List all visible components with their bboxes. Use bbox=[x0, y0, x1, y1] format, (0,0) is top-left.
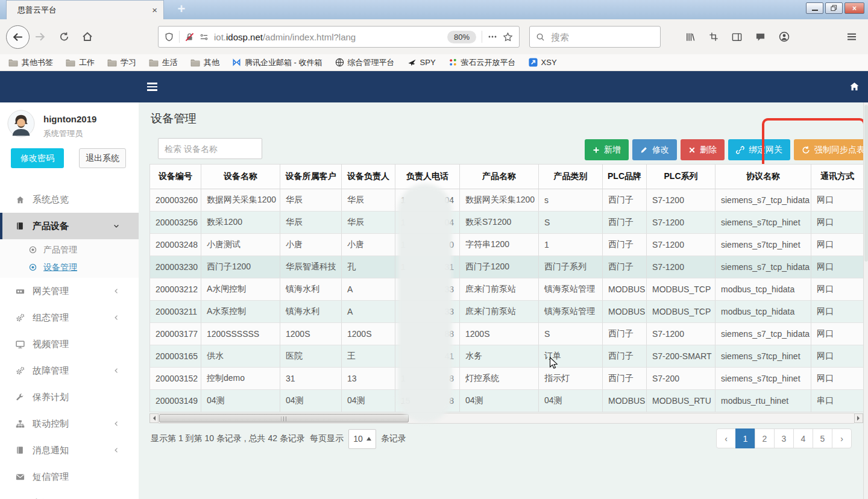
table-cell[interactable]: 庶来门前泵站 bbox=[460, 301, 539, 323]
table-cell[interactable]: 西门子 bbox=[603, 256, 647, 278]
table-cell[interactable]: 网口 bbox=[811, 368, 864, 390]
pagination-page-2[interactable]: 2 bbox=[755, 428, 775, 448]
pagination-page-5[interactable]: 5 bbox=[813, 428, 832, 448]
table-cell[interactable]: 西门子1200 bbox=[460, 256, 539, 278]
window-restore-button[interactable] bbox=[825, 2, 843, 14]
table-cell[interactable]: 200003211 bbox=[150, 301, 201, 323]
table-cell[interactable]: 158 bbox=[395, 390, 460, 412]
shield-icon[interactable] bbox=[165, 33, 174, 42]
修改-button[interactable]: 修改 bbox=[632, 139, 677, 160]
table-cell[interactable]: 200003248 bbox=[150, 234, 201, 256]
table-cell[interactable]: 200003256 bbox=[150, 212, 201, 234]
table-cell[interactable]: 华辰 bbox=[342, 189, 395, 212]
table-cell[interactable]: 华辰智通科技 bbox=[280, 256, 342, 278]
table-cell[interactable]: 网口 bbox=[811, 345, 864, 368]
bookmark-item[interactable]: 综合管理平台 bbox=[335, 57, 395, 68]
table-cell[interactable]: MODBUS_TCP bbox=[647, 301, 715, 323]
table-cell[interactable]: 04测 bbox=[201, 390, 280, 412]
insecure-lock-icon[interactable] bbox=[185, 33, 194, 42]
pagination-page-3[interactable]: 3 bbox=[774, 428, 794, 448]
table-cell[interactable]: 104 bbox=[395, 189, 460, 212]
table-cell[interactable]: 供水 bbox=[201, 345, 280, 368]
column-header[interactable]: 设备负责人 bbox=[342, 165, 395, 189]
table-cell[interactable]: 200003230 bbox=[150, 256, 201, 278]
table-cell[interactable]: S7-200 bbox=[647, 368, 715, 390]
bookmark-item[interactable]: SPY bbox=[407, 58, 436, 67]
table-cell[interactable]: 31 bbox=[280, 368, 342, 390]
account-icon[interactable] bbox=[779, 31, 790, 42]
sidebar-item-消息通知[interactable]: 消息通知 bbox=[0, 437, 139, 463]
column-header[interactable]: 负责人电话 bbox=[395, 165, 460, 189]
tab-close-icon[interactable]: × bbox=[152, 5, 157, 15]
sidebar-collapse-icon[interactable] bbox=[147, 83, 157, 91]
table-cell[interactable]: 200003212 bbox=[150, 278, 201, 301]
table-cell[interactable]: 华辰 bbox=[280, 189, 342, 212]
table-cell[interactable]: A水闸控制 bbox=[201, 278, 280, 301]
table-cell[interactable]: 网口 bbox=[811, 301, 864, 323]
table-cell[interactable]: 04测 bbox=[280, 390, 342, 412]
bookmark-item[interactable]: 学习 bbox=[107, 57, 136, 68]
table-cell[interactable]: A bbox=[342, 278, 395, 301]
sidebar-item-联动控制[interactable]: 联动控制 bbox=[0, 410, 139, 437]
table-cell[interactable]: siemens_s7tcp_hinet bbox=[715, 212, 811, 234]
column-header[interactable]: 产品名称 bbox=[460, 165, 539, 189]
bookmark-item[interactable]: 腾讯企业邮箱 - 收件箱 bbox=[232, 57, 322, 68]
table-cell[interactable]: 西门子 bbox=[603, 323, 647, 345]
scrollbar-thumb[interactable] bbox=[159, 414, 409, 422]
table-cell[interactable]: 订单 bbox=[539, 345, 603, 368]
table-cell[interactable]: 西门子 bbox=[603, 368, 647, 390]
sidebar-item-组态管理[interactable]: 组态管理 bbox=[0, 304, 139, 331]
table-cell[interactable]: S7-1200 bbox=[647, 234, 715, 256]
table-cell[interactable]: 西门子 bbox=[603, 345, 647, 368]
table-cell[interactable]: 西门子1200 bbox=[201, 256, 280, 278]
table-cell[interactable]: modbus_tcp_hidata bbox=[715, 278, 811, 301]
column-header[interactable]: 协议名称 bbox=[715, 165, 811, 189]
table-cell[interactable]: 西门子 bbox=[603, 212, 647, 234]
zoom-level-badge[interactable]: 80% bbox=[447, 31, 476, 43]
page-size-select[interactable]: 10 bbox=[348, 429, 376, 449]
绑定网关-button[interactable]: 绑定网关 bbox=[728, 139, 790, 160]
column-header[interactable]: 设备名称 bbox=[201, 165, 280, 189]
table-cell[interactable]: 10 bbox=[395, 234, 460, 256]
table-cell[interactable]: 数据网关采集1200 bbox=[460, 189, 539, 212]
table-cell[interactable]: 1200S bbox=[342, 323, 395, 345]
table-cell[interactable]: 华辰 bbox=[342, 212, 395, 234]
table-cell[interactable]: 数采1200 bbox=[201, 212, 280, 234]
table-cell[interactable]: 镇海泵站管理 bbox=[539, 301, 603, 323]
bookmark-item[interactable]: XSY bbox=[529, 58, 557, 67]
pagination-next[interactable]: › bbox=[832, 428, 852, 448]
sidebar-item-视频管理[interactable]: 视频管理 bbox=[0, 331, 139, 357]
table-cell[interactable]: 西门子 bbox=[603, 189, 647, 212]
table-cell[interactable]: 1200S bbox=[280, 323, 342, 345]
table-cell[interactable]: 镇海泵站管理 bbox=[539, 278, 603, 301]
table-cell[interactable]: MODBUS_TCP bbox=[647, 278, 715, 301]
table-cell[interactable]: 88 bbox=[395, 323, 460, 345]
sidebar-toggle-icon[interactable] bbox=[732, 32, 742, 42]
browser-tab[interactable]: 思普云平台 × bbox=[6, 0, 164, 19]
table-cell[interactable]: siemens_s7tcp_hinet bbox=[715, 234, 811, 256]
page-vertical-scrollbar[interactable] bbox=[863, 102, 868, 499]
table-cell[interactable]: 西门子 bbox=[603, 234, 647, 256]
table-cell[interactable]: 小唐 bbox=[280, 234, 342, 256]
table-cell[interactable]: 孔 bbox=[342, 256, 395, 278]
pagination-prev[interactable]: ‹ bbox=[716, 428, 736, 448]
sidebar-subitem-产品管理[interactable]: 产品管理 bbox=[0, 241, 139, 259]
scroll-right-arrow[interactable] bbox=[854, 413, 863, 423]
table-cell[interactable]: 200003177 bbox=[150, 323, 201, 345]
强制同步点表-button[interactable]: 强制同步点表 bbox=[794, 139, 868, 160]
browser-search-bar[interactable] bbox=[529, 26, 661, 48]
scroll-left-arrow[interactable] bbox=[149, 413, 159, 423]
sidebar-item-车间管理[interactable]: 车间管理 bbox=[0, 490, 139, 499]
table-cell[interactable]: 1200SSSSSS bbox=[201, 323, 280, 345]
table-cell[interactable]: 镇海水利 bbox=[280, 278, 342, 301]
sidebar-subitem-设备管理[interactable]: 设备管理 bbox=[0, 259, 139, 276]
window-minimize-button[interactable] bbox=[806, 2, 823, 14]
table-cell[interactable]: A水泵控制 bbox=[201, 301, 280, 323]
page-actions-icon[interactable] bbox=[488, 32, 497, 42]
forward-button[interactable] bbox=[34, 31, 46, 43]
table-cell[interactable]: 网口 bbox=[811, 323, 864, 345]
table-cell[interactable]: s bbox=[539, 189, 603, 212]
column-header[interactable]: 设备所属客户 bbox=[280, 165, 342, 189]
table-cell[interactable]: 1200S bbox=[460, 323, 539, 345]
table-cell[interactable]: 王 bbox=[342, 345, 395, 368]
